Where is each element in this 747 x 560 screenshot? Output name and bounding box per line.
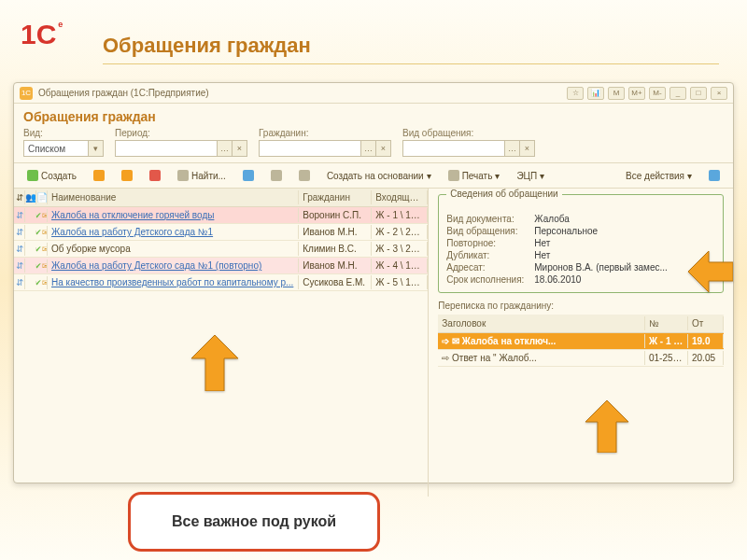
window-title: Обращения граждан (1С:Предприятие) <box>38 88 567 98</box>
printer-icon <box>448 170 459 181</box>
corr-num: Ж - 1 \ ... <box>645 334 688 348</box>
edit-button[interactable] <box>116 167 138 184</box>
mplus-button[interactable]: M+ <box>628 87 645 100</box>
field-label: Срок исполнения: <box>446 274 529 285</box>
filter-type-input[interactable] <box>402 140 505 157</box>
corr-col-date[interactable]: От <box>688 316 724 330</box>
status-icon: ⇵ <box>16 210 23 220</box>
table-row[interactable]: ⇵✔ ✉Жалоба на отключение горячей водыВор… <box>14 207 428 224</box>
clear-icon[interactable]: × <box>520 140 535 157</box>
table-row[interactable]: ⇵✔ ✉На качество произведенных работ по к… <box>14 274 428 291</box>
details-group: Сведения об обращении Вид документа:Жало… <box>438 194 724 293</box>
ellipsis-icon[interactable]: … <box>218 140 233 157</box>
filter-period-input[interactable] <box>115 140 218 157</box>
plus-icon <box>27 170 38 181</box>
row-name: Жалоба на работу Детского сада №1 (повто… <box>51 260 261 271</box>
close-button[interactable]: × <box>711 87 727 100</box>
detail-field: Адресат:Миронов В.А. (первый замес... <box>446 262 715 273</box>
col-incoming[interactable]: Входящий н <box>372 190 428 204</box>
table-row[interactable]: ⇵✔ ✉Жалоба на работу Детского сада №1Ива… <box>14 224 428 241</box>
row-incoming: Ж - 4 \ 15-1 <box>372 259 428 273</box>
minimize-button[interactable]: _ <box>669 87 686 100</box>
search-icon <box>177 170 189 181</box>
refresh-icon <box>243 170 254 181</box>
corr-col-title[interactable]: Заголовок <box>438 316 645 330</box>
annotation-arrow-list <box>191 335 238 393</box>
status-icon: ⇵ <box>16 244 23 254</box>
corr-title: ➩ ✉ Жалоба на отключ... <box>438 334 645 348</box>
delete-button[interactable] <box>144 167 166 184</box>
field-value: Жалоба <box>534 214 569 224</box>
col-icon2[interactable]: 👥 <box>25 190 36 204</box>
m-button[interactable]: M <box>608 87 625 100</box>
titlebar: 1C Обращения граждан (1С:Предприятие) ☆ … <box>14 83 733 104</box>
detail-field: Повторное:Нет <box>446 238 715 248</box>
filter-vid-label: Вид: <box>23 128 104 138</box>
col-name[interactable]: Наименование <box>48 190 299 204</box>
ellipsis-icon[interactable]: … <box>361 140 376 157</box>
row-citizen: Сусикова Е.М. <box>299 275 372 289</box>
calc-icon[interactable]: 📊 <box>587 87 604 100</box>
help-button[interactable] <box>703 167 726 184</box>
col-icon3[interactable]: 📄 <box>36 190 48 204</box>
filter-type-label: Вид обращения: <box>402 128 535 138</box>
all-actions-button[interactable]: Все действия ▾ <box>620 168 698 184</box>
titlebar-buttons: ☆ 📊 M M+ M- _ □ × <box>567 87 727 100</box>
row-name: Жалоба на отключение горячей воды <box>51 210 214 220</box>
filter-citizen-label: Гражданин: <box>259 128 391 138</box>
corr-col-num[interactable]: № <box>645 316 688 330</box>
create-button[interactable]: Создать <box>21 167 82 184</box>
delete-icon <box>149 170 161 181</box>
filter-bar: Вид: ▾ Период: …× Гражданин: …× Вид обра… <box>14 126 733 163</box>
row-incoming: Ж - 5 \ 16-1 <box>372 275 428 289</box>
filter-vid-input[interactable] <box>23 140 89 157</box>
corr-row[interactable]: ⇨ Ответ на " Жалоб...01-25 \ 120.05 <box>438 350 724 367</box>
print-button[interactable]: Печать ▾ <box>443 167 506 184</box>
calendar-button[interactable] <box>293 167 316 184</box>
mminus-button[interactable]: M- <box>649 87 666 100</box>
table-row[interactable]: ⇵✔ ✉Жалоба на работу Детского сада №1 (п… <box>14 258 428 274</box>
field-value: 18.06.2010 <box>534 274 581 285</box>
ellipsis-icon[interactable]: … <box>505 140 520 157</box>
clear-icon[interactable]: × <box>233 140 247 157</box>
refresh-button[interactable] <box>237 167 260 184</box>
col-icon1[interactable]: ⇵ <box>14 190 25 204</box>
table-row[interactable]: ⇵✔ ✉Об уборке мусораКлимин В.С.Ж - 3 \ 2… <box>14 241 428 258</box>
copy-button[interactable] <box>88 167 110 184</box>
row-name: На качество произведенных работ по капит… <box>51 277 293 287</box>
correspondence-table: Заголовок № От ➩ ✉ Жалоба на отключ...Ж … <box>438 315 724 367</box>
list-button[interactable] <box>265 167 288 184</box>
status-icon: ⇵ <box>16 260 23 271</box>
field-label: Повторное: <box>446 238 529 248</box>
maximize-button[interactable]: □ <box>690 87 707 100</box>
row-name: Об уборке мусора <box>51 244 131 254</box>
app-logo: 1Ce <box>21 19 61 50</box>
corr-row[interactable]: ➩ ✉ Жалоба на отключ...Ж - 1 \ ...19.0 <box>438 333 724 350</box>
page-header: Обращения граждан <box>14 104 733 126</box>
clear-icon[interactable]: × <box>376 140 391 157</box>
app-window: 1C Обращения граждан (1С:Предприятие) ☆ … <box>13 82 734 483</box>
fav-icon[interactable]: ☆ <box>567 87 584 100</box>
col-citizen[interactable]: Гражданин <box>299 190 372 204</box>
row-incoming: Ж - 1 \ 19-0 <box>372 208 428 222</box>
corr-date: 19.0 <box>688 334 724 348</box>
create-basis-button[interactable]: Создать на основании ▾ <box>321 168 437 184</box>
slide-title: Обращения граждан <box>103 34 719 64</box>
correspondence-label: Переписка по гражданину: <box>438 301 724 311</box>
help-icon <box>709 170 720 181</box>
field-value: Персональное <box>534 226 598 236</box>
field-value: Нет <box>534 250 550 260</box>
copy-icon <box>93 170 105 181</box>
annotation-arrow-details <box>688 251 733 294</box>
find-button[interactable]: Найти... <box>172 167 232 184</box>
callout-box: Все важное под рукой <box>128 492 380 552</box>
pencil-icon <box>121 170 133 181</box>
corr-date: 20.05 <box>688 351 724 365</box>
row-citizen: Воронин С.П. <box>299 208 372 222</box>
ecp-button[interactable]: ЭЦП ▾ <box>511 168 550 184</box>
annotation-arrow-corr <box>585 400 628 455</box>
detail-field: Дубликат:Нет <box>446 250 715 260</box>
details-pane: Сведения об обращении Вид документа:Жало… <box>429 189 733 497</box>
filter-citizen-input[interactable] <box>259 140 361 157</box>
dropdown-icon[interactable]: ▾ <box>89 140 104 157</box>
